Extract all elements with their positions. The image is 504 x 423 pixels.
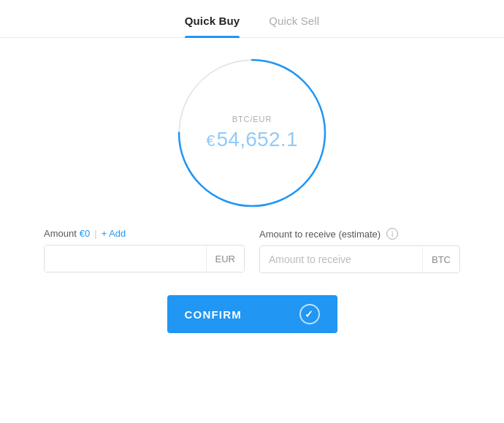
add-link[interactable]: + Add: [102, 228, 126, 239]
price-circle-wrapper: BTC/EUR € 54,652.1: [179, 60, 325, 206]
tabs-bar: Quick Buy Quick Sell: [0, 0, 504, 38]
amount-currency: EUR: [206, 246, 244, 272]
amount-label: Amount €0 | + Add: [44, 228, 245, 239]
price-pair-label: BTC/EUR: [232, 115, 272, 123]
tab-quick-buy[interactable]: Quick Buy: [185, 15, 240, 37]
amount-label-text: Amount: [44, 228, 77, 239]
info-icon[interactable]: i: [386, 228, 398, 240]
main-content: BTC/EUR € 54,652.1 Amount €0 | + Add EUR: [0, 38, 504, 423]
amount-link[interactable]: €0: [80, 228, 90, 239]
receive-currency: BTC: [422, 247, 459, 273]
receive-input-group: Amount to receive (estimate) i BTC: [259, 228, 460, 273]
amount-separator: |: [94, 228, 96, 239]
amount-input-wrapper: EUR: [44, 245, 245, 273]
receive-label: Amount to receive (estimate) i: [259, 228, 460, 240]
input-row: Amount €0 | + Add EUR Amount to receive …: [44, 228, 460, 273]
price-currency-symbol: €: [206, 132, 215, 150]
confirm-button[interactable]: CONFIRM ✓: [167, 295, 337, 333]
tab-quick-sell[interactable]: Quick Sell: [269, 15, 319, 37]
amount-input-field[interactable]: [45, 245, 206, 272]
receive-label-text: Amount to receive (estimate): [259, 229, 381, 240]
price-circle-container: BTC/EUR € 54,652.1: [179, 60, 325, 206]
confirm-button-label: CONFIRM: [185, 308, 242, 321]
price-value-row: € 54,652.1: [206, 128, 297, 151]
receive-input-field[interactable]: [260, 246, 422, 273]
amount-input-group: Amount €0 | + Add EUR: [44, 228, 245, 273]
price-circle: BTC/EUR € 54,652.1: [179, 60, 325, 206]
confirm-check-icon: ✓: [299, 304, 320, 324]
receive-input-wrapper: BTC: [259, 245, 460, 273]
price-value: 54,652.1: [217, 128, 298, 151]
